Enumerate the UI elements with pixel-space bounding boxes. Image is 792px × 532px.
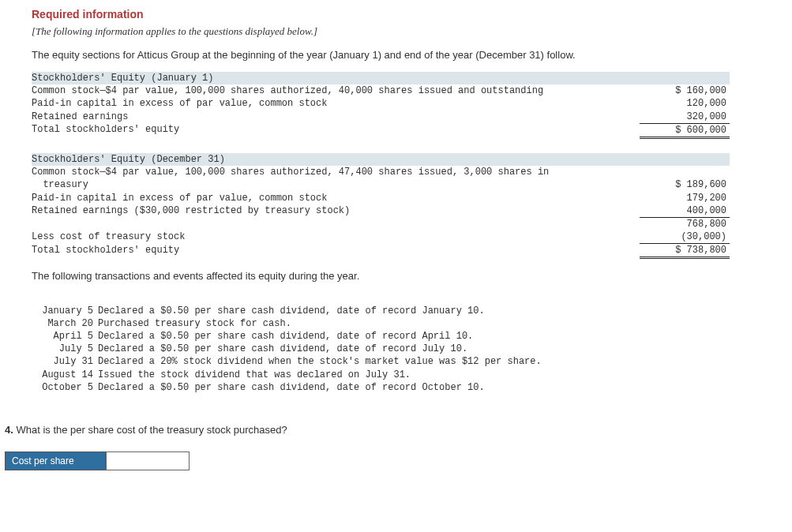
- required-heading: Required information: [32, 8, 784, 21]
- jan1-total-value: $ 600,000: [640, 123, 730, 137]
- dec31-subtotal: 768,800: [640, 217, 730, 230]
- table-row: Paid-in capital in excess of par value, …: [32, 192, 640, 204]
- intro-text: The equity sections for Atticus Group at…: [32, 49, 784, 61]
- events-list: January 5Declared a $0.50 per share cash…: [32, 291, 784, 394]
- table-value: 120,000: [640, 97, 730, 110]
- answer-row: Cost per share: [0, 451, 792, 470]
- table-value: 320,000: [640, 111, 730, 124]
- question-number: 4.: [5, 424, 13, 436]
- event-text: Declared a 20% stock dividend when the s…: [98, 356, 542, 367]
- cost-per-share-input[interactable]: [106, 451, 190, 470]
- less-treasury-value: (30,000): [640, 230, 730, 244]
- dec31-total-label: Total stockholders' equity: [32, 244, 640, 258]
- table-row: Common stock—$4 par value, 100,000 share…: [32, 166, 640, 191]
- dec31-total-value: $ 738,800: [640, 244, 730, 258]
- jan1-total-label: Total stockholders' equity: [32, 123, 640, 137]
- table-value: $ 189,600: [640, 166, 730, 191]
- event-text: Issued the stock dividend that was decla…: [98, 369, 411, 380]
- spacer: [32, 139, 784, 153]
- event-text: Purchased treasury stock for cash.: [98, 318, 291, 329]
- equity-dec31-table: Stockholders' Equity (December 31) Commo…: [32, 153, 730, 260]
- event-date: August 14: [32, 369, 98, 381]
- table-value: $ 160,000: [640, 84, 730, 97]
- blank: [640, 72, 730, 84]
- table-row: Retained earnings: [32, 111, 640, 124]
- dec31-title: Stockholders' Equity (December 31): [32, 153, 640, 166]
- content-block: Required information [The following info…: [0, 0, 792, 402]
- event-date: July 31: [32, 355, 98, 368]
- events-intro: The following transactions and events af…: [32, 270, 784, 282]
- cost-per-share-label: Cost per share: [5, 451, 106, 470]
- table-row: Retained earnings ($30,000 restricted by…: [32, 204, 640, 218]
- applies-note: [The following information applies to th…: [32, 25, 784, 38]
- page: Required information [The following info…: [0, 0, 792, 470]
- event-date: July 5: [32, 343, 98, 355]
- table-row: Paid-in capital in excess of par value, …: [32, 97, 640, 110]
- question-text: What is the per share cost of the treasu…: [16, 424, 287, 436]
- table-row: Common stock—$4 par value, 100,000 share…: [32, 84, 640, 97]
- table-value: 400,000: [640, 204, 730, 218]
- blank: [640, 153, 730, 166]
- event-text: Declared a $0.50 per share cash dividend…: [98, 382, 485, 393]
- event-date: October 5: [32, 381, 98, 394]
- event-date: March 20: [32, 317, 98, 330]
- event-date: January 5: [32, 305, 98, 317]
- event-text: Declared a $0.50 per share cash dividend…: [98, 343, 467, 354]
- less-treasury-label: Less cost of treasury stock: [32, 230, 640, 244]
- event-date: April 5: [32, 330, 98, 343]
- blank-row: [32, 217, 640, 230]
- jan1-title: Stockholders' Equity (January 1): [32, 72, 640, 84]
- event-text: Declared a $0.50 per share cash dividend…: [98, 331, 473, 342]
- question-block: 4. What is the per share cost of the tre…: [0, 424, 792, 436]
- equity-jan1-table: Stockholders' Equity (January 1) Common …: [32, 72, 730, 139]
- event-text: Declared a $0.50 per share cash dividend…: [98, 305, 485, 317]
- table-value: 179,200: [640, 192, 730, 204]
